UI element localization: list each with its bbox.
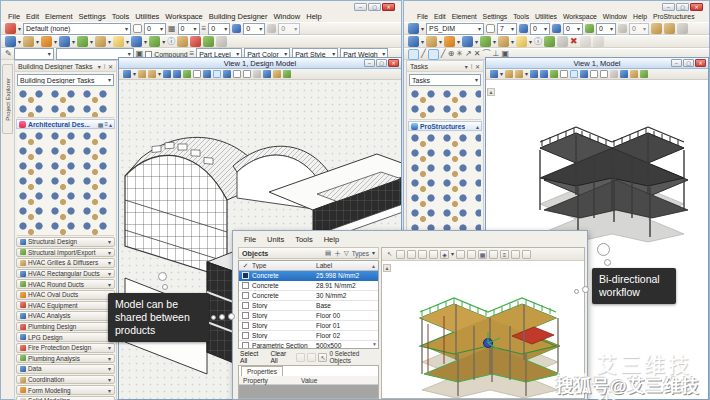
save-list-icon[interactable]: ▤: [325, 249, 331, 257]
architectural-section-header[interactable]: Architectural Des... ▦≡▴: [16, 119, 115, 129]
section-data[interactable]: Data▾: [16, 364, 115, 374]
section-plumbing-analysis[interactable]: Plumbing Analysis▾: [16, 354, 115, 364]
project-explorer-tab[interactable]: Project Explorer: [2, 64, 13, 134]
undo-icon[interactable]: [580, 36, 591, 47]
line-style-combo[interactable]: 0▾: [178, 23, 200, 35]
label-column-header[interactable]: Label: [316, 262, 371, 269]
clear-all-button[interactable]: Clear All: [268, 350, 294, 364]
select-cursor-icon[interactable]: ↖: [385, 250, 394, 259]
pick-cursor-icon[interactable]: ↖: [318, 353, 327, 362]
table-row[interactable]: StoryFloor 02: [239, 331, 378, 341]
archive-icon[interactable]: [557, 36, 568, 47]
view-minimize-icon[interactable]: –: [671, 59, 682, 67]
line-weight-combo[interactable]: 0▾: [208, 23, 230, 35]
menu-utilities[interactable]: Utilities: [132, 12, 162, 21]
menu-file[interactable]: File: [241, 235, 264, 244]
menu-utilities[interactable]: Utilities: [532, 13, 560, 20]
zoom-out-icon[interactable]: [148, 70, 156, 78]
zoom-in-icon[interactable]: [505, 70, 513, 78]
keypoint-snap-icon[interactable]: [428, 49, 439, 60]
table-row[interactable]: StoryBase: [239, 301, 378, 311]
add-filter-icon[interactable]: ＋: [334, 248, 341, 258]
active-color-icon[interactable]: [133, 24, 142, 33]
menu-workspace[interactable]: Workspace: [162, 12, 205, 21]
menu-window[interactable]: Window: [271, 12, 304, 21]
rotate-view-icon[interactable]: [540, 70, 548, 78]
fit-view-icon[interactable]: [163, 70, 171, 78]
cells-icon[interactable]: [95, 36, 106, 47]
info-circle-icon[interactable]: ⓘ: [534, 38, 542, 46]
type-column-header[interactable]: Type: [252, 262, 316, 269]
priority-combo[interactable]: 0▾: [278, 23, 300, 35]
section-solid-modeling[interactable]: Solid Modeling▾: [16, 396, 115, 400]
row-checkbox[interactable]: [242, 312, 249, 319]
view-close-icon[interactable]: ✕: [695, 59, 706, 67]
types-filter-button[interactable]: Types: [352, 250, 369, 257]
render-mode-icon[interactable]: [213, 70, 221, 78]
sync-3d-canvas[interactable]: ▲: [382, 262, 584, 398]
section-fire-protection[interactable]: Fire Protection Design▾: [16, 343, 115, 353]
table-scroll-down-icon[interactable]: ▼: [372, 341, 377, 347]
rotate-view-icon[interactable]: [173, 70, 181, 78]
table-row[interactable]: StoryFloor 00: [239, 311, 378, 321]
ghost-mode-icon[interactable]: [511, 250, 520, 259]
dim-style-combo[interactable]: PS_DIM▾: [426, 23, 484, 35]
origin-snap-icon[interactable]: ✳: [456, 50, 463, 58]
priority-combo[interactable]: 0▾: [629, 23, 649, 35]
minimize-button[interactable]: –: [354, 3, 367, 11]
intersection-snap-icon[interactable]: ✕: [474, 50, 481, 58]
delete-element-icon[interactable]: ✖: [570, 37, 578, 46]
menu-file[interactable]: File: [414, 13, 431, 20]
section-plumbing-design[interactable]: Plumbing Design▾: [16, 322, 115, 332]
fit-view-icon[interactable]: [530, 70, 538, 78]
panel-close-icon[interactable]: ✕: [108, 63, 113, 70]
row-checkbox[interactable]: [242, 282, 249, 289]
camera-icon[interactable]: [283, 70, 291, 78]
main-task-icons[interactable]: [17, 88, 114, 118]
menu-building-designer[interactable]: Building Designer: [206, 12, 271, 21]
main-task-icons[interactable]: [409, 88, 481, 120]
view-previous-icon[interactable]: [203, 70, 211, 78]
select-all-button[interactable]: Select All: [238, 350, 266, 364]
window-area-icon[interactable]: [560, 70, 568, 78]
redo-icon[interactable]: [593, 36, 604, 47]
properties-tab[interactable]: Properties: [241, 366, 283, 376]
task-selector-combo[interactable]: Tasks▾: [409, 74, 481, 86]
active-template-icon[interactable]: [408, 23, 419, 34]
section-hvac-analysis[interactable]: HVAC Analysis▾: [16, 311, 115, 321]
section-structural-design[interactable]: Structural Design▾: [16, 237, 115, 247]
close-button[interactable]: ✕: [690, 3, 703, 11]
menu-settings[interactable]: Settings: [76, 12, 109, 21]
ps-tool-3-icon[interactable]: [677, 23, 688, 34]
explorer-icon[interactable]: [544, 36, 555, 47]
element-info-icon[interactable]: [113, 36, 124, 47]
pan-view-icon[interactable]: [183, 70, 191, 78]
midpoint-snap-icon[interactable]: ╱: [441, 50, 446, 58]
element-info-icon[interactable]: [516, 36, 527, 47]
models-icon[interactable]: [408, 36, 419, 47]
view-display-icon[interactable]: [123, 70, 131, 78]
menu-tools[interactable]: Tools: [510, 13, 532, 20]
row-checkbox[interactable]: [242, 342, 249, 349]
camera-icon[interactable]: [640, 70, 648, 78]
orbit-icon[interactable]: [418, 250, 427, 259]
panel-close-icon[interactable]: ✕: [475, 63, 480, 70]
cells-icon[interactable]: [498, 36, 509, 47]
table-row[interactable]: StoryFloor 01: [239, 321, 378, 331]
auxiliary-coords-icon[interactable]: [149, 36, 160, 47]
menu-edit[interactable]: Edit: [431, 13, 449, 20]
render-mode-icon[interactable]: [570, 70, 578, 78]
table-scroll-up-icon[interactable]: ▲: [371, 263, 378, 269]
highlight-mode-icon[interactable]: [522, 250, 531, 259]
clip-mask-icon[interactable]: [600, 70, 608, 78]
menu-workspace[interactable]: Workspace: [560, 13, 600, 20]
layout-list-icon[interactable]: ≡: [104, 121, 108, 128]
menu-prostructures[interactable]: ProStructures: [650, 13, 698, 20]
copy-view-icon[interactable]: [223, 70, 231, 78]
models-icon[interactable]: [5, 36, 16, 47]
row-checkbox[interactable]: [242, 322, 249, 329]
section-hvac-grilles[interactable]: HVAC Grilles & Diffusers▾: [16, 258, 115, 268]
property-column-header[interactable]: Property: [239, 377, 301, 384]
active-snap-icon[interactable]: [408, 49, 419, 60]
line-weight-icon[interactable]: [552, 24, 561, 33]
